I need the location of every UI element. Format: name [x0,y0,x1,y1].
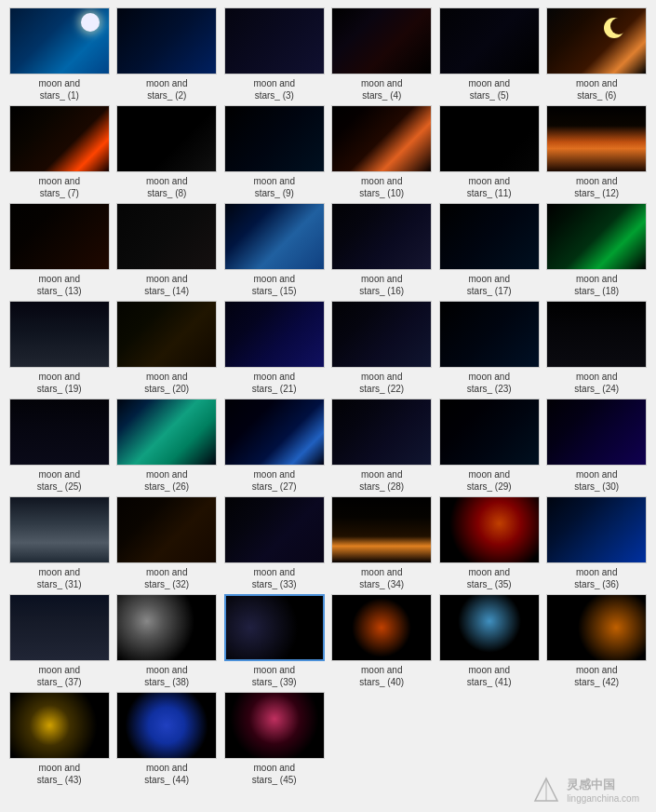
thumbnail-43 [10,693,109,758]
gallery-item-14[interactable]: moon andstars_ (14) [115,203,220,297]
item-label-44: moon andstars_ (44) [144,762,189,786]
item-label-41: moon andstars_ (41) [467,664,512,688]
thumbnail-28 [332,399,431,465]
stars-overlay-45 [225,693,324,758]
stars-overlay-15 [225,204,324,269]
thumbnail-wrapper-23 [439,301,540,368]
gallery-item-42[interactable]: moon andstars_ (42) [545,594,649,688]
thumbnail-3 [225,8,324,74]
stars-overlay-37 [10,595,109,660]
gallery-item-38[interactable]: moon andstars_ (38) [115,594,220,688]
item-label-40: moon andstars_ (40) [359,664,404,688]
gallery-item-45[interactable]: moon andstars_ (45) [222,692,327,786]
moon-shape-1 [81,13,100,32]
item-label-1: moon andstars_ (1) [39,77,80,102]
thumbnail-10 [332,106,431,171]
stars-overlay-33 [225,497,324,562]
watermark: 灵感中国 lingganchina.com [531,775,639,805]
gallery-item-6[interactable]: moon andstars_ (6) [545,7,649,102]
gallery-item-21[interactable]: moon andstars_ (21) [222,301,327,395]
item-label-37: moon andstars_ (37) [37,664,82,688]
thumbnail-23 [440,302,539,367]
gallery-item-44[interactable]: moon andstars_ (44) [115,692,220,786]
gallery-item-36[interactable]: moon andstars_ (36) [545,496,649,590]
gallery-item-18[interactable]: moon andstars_ (18) [545,203,649,297]
gallery-item-2[interactable]: moon andstars_ (2) [115,7,220,102]
thumbnail-9 [225,106,324,171]
gallery-item-37[interactable]: moon andstars_ (37) [7,594,112,688]
gallery-item-15[interactable]: moon andstars_ (15) [222,203,327,297]
stars-overlay-11 [440,106,539,171]
gallery-item-28[interactable]: moon andstars_ (28) [330,399,435,493]
thumbnail-wrapper-26 [116,399,217,466]
item-label-32: moon andstars_ (32) [144,566,189,590]
thumbnail-16 [332,204,431,269]
gallery-item-27[interactable]: moon andstars_ (27) [222,399,327,493]
thumbnail-26 [117,399,216,465]
gallery-item-40[interactable]: moon andstars_ (40) [330,594,435,688]
gallery-item-17[interactable]: moon andstars_ (17) [437,203,542,297]
gallery-item-19[interactable]: moon andstars_ (19) [7,301,112,395]
thumbnail-13 [10,204,109,269]
gallery-item-33[interactable]: moon andstars_ (33) [222,496,327,590]
stars-overlay-2 [117,8,216,74]
thumbnail-wrapper-39 [224,594,325,661]
thumbnail-wrapper-35 [439,496,540,563]
stars-overlay-27 [225,399,324,465]
thumbnail-39 [226,596,323,659]
gallery-item-16[interactable]: moon andstars_ (16) [330,203,435,297]
thumbnail-27 [225,399,324,465]
gallery-item-4[interactable]: moon andstars_ (4) [330,7,435,102]
thumbnail-18 [547,204,646,269]
gallery-item-26[interactable]: moon andstars_ (26) [115,399,220,493]
item-label-6: moon andstars_ (6) [576,77,617,102]
gallery-item-13[interactable]: moon andstars_ (13) [7,203,112,297]
gallery-item-35[interactable]: moon andstars_ (35) [437,496,542,590]
thumbnail-1 [10,8,109,74]
item-label-23: moon andstars_ (23) [467,371,512,395]
thumbnail-wrapper-21 [224,301,325,368]
gallery-item-29[interactable]: moon andstars_ (29) [437,399,542,493]
thumbnail-42 [547,595,646,660]
thumbnail-wrapper-45 [224,692,325,759]
gallery-item-8[interactable]: moon andstars_ (8) [115,105,220,199]
gallery-item-25[interactable]: moon andstars_ (25) [7,399,112,493]
item-label-34: moon andstars_ (34) [359,566,404,590]
gallery-item-9[interactable]: moon andstars_ (9) [222,105,327,199]
gallery-item-23[interactable]: moon andstars_ (23) [437,301,542,395]
gallery-item-34[interactable]: moon andstars_ (34) [330,496,435,590]
gallery-item-1[interactable]: moon andstars_ (1) [7,7,112,102]
gallery-item-43[interactable]: moon andstars_ (43) [7,692,112,786]
gallery-item-10[interactable]: moon andstars_ (10) [330,105,435,199]
gallery-item-41[interactable]: moon andstars_ (41) [437,594,542,688]
gallery-item-7[interactable]: moon andstars_ (7) [7,105,112,199]
gallery-item-12[interactable]: moon andstars_ (12) [545,105,649,199]
stars-overlay-30 [547,399,646,465]
thumbnail-wrapper-2 [116,7,217,74]
gallery-item-3[interactable]: moon andstars_ (3) [222,7,327,102]
gallery-item-32[interactable]: moon andstars_ (32) [115,496,220,590]
gallery-item-24[interactable]: moon andstars_ (24) [545,301,649,395]
thumbnail-wrapper-42 [546,594,647,661]
gallery-item-31[interactable]: moon andstars_ (31) [7,496,112,590]
stars-overlay-40 [332,595,431,660]
item-label-5: moon andstars_ (5) [469,77,510,102]
stars-overlay-44 [117,693,216,758]
item-label-18: moon andstars_ (18) [574,273,619,297]
thumbnail-40 [332,595,431,660]
thumbnail-12 [547,106,646,171]
thumbnail-19 [10,302,109,367]
stars-overlay-36 [547,497,646,562]
item-label-29: moon andstars_ (29) [467,468,512,493]
stars-overlay-5 [440,8,539,74]
gallery-item-20[interactable]: moon andstars_ (20) [115,301,220,395]
stars-overlay-8 [117,106,216,171]
gallery-item-39[interactable]: moon andstars_ (39) [222,594,327,688]
thumbnail-wrapper-15 [224,203,325,270]
gallery-item-30[interactable]: moon andstars_ (30) [545,399,649,493]
gallery-item-5[interactable]: moon andstars_ (5) [437,7,542,102]
gallery-item-22[interactable]: moon andstars_ (22) [330,301,435,395]
gallery-item-11[interactable]: moon andstars_ (11) [437,105,542,199]
item-label-16: moon andstars_ (16) [359,273,404,297]
thumbnail-wrapper-7 [9,105,110,172]
